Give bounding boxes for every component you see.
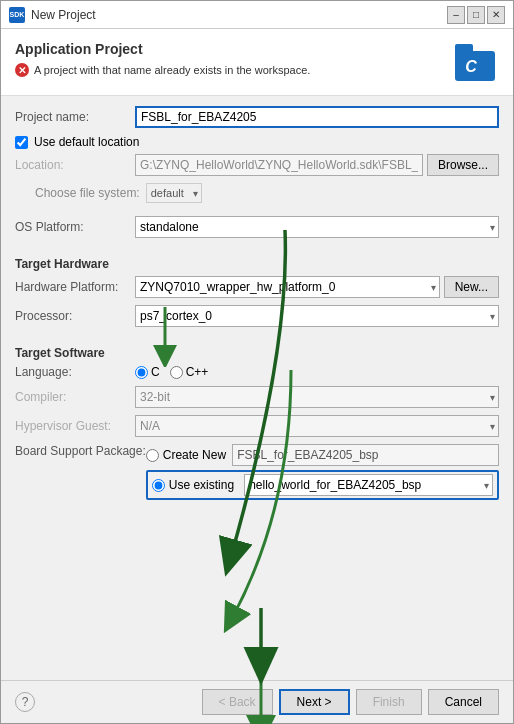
bsp-options: Create New Use existing hello_world_for_…: [146, 444, 499, 500]
os-platform-label: OS Platform:: [15, 220, 135, 234]
maximize-button[interactable]: □: [467, 6, 485, 24]
arrow-area: [15, 507, 499, 567]
language-cpp-radio[interactable]: [170, 366, 183, 379]
language-c-option[interactable]: C: [135, 365, 160, 379]
hypervisor-label: Hypervisor Guest:: [15, 419, 135, 433]
cancel-button[interactable]: Cancel: [428, 689, 499, 715]
processor-row: Processor: ps7_cortex_0 ▾: [15, 305, 499, 327]
page-title: Application Project: [15, 41, 310, 57]
filesystem-label: Choose file system:: [35, 186, 140, 200]
project-name-row: Project name:: [15, 106, 499, 128]
hardware-new-button[interactable]: New...: [444, 276, 499, 298]
app-icon: SDK: [9, 7, 25, 23]
form-section: Project name: Use default location Locat…: [1, 96, 513, 680]
header-logo: C: [447, 41, 499, 85]
filesystem-row: Choose file system: default ▾: [15, 183, 499, 203]
filesystem-select[interactable]: default: [146, 183, 202, 203]
header-section: Application Project ✕ A project with tha…: [1, 29, 513, 96]
footer-right: < Back Next > Finish Cancel: [202, 689, 499, 715]
new-project-window: SDK New Project – □ ✕ Application Projec…: [0, 0, 514, 724]
compiler-row: Compiler: 32-bit ▾: [15, 386, 499, 408]
language-row: Language: C C++: [15, 365, 499, 379]
error-icon: ✕: [15, 63, 29, 77]
hypervisor-row: Hypervisor Guest: N/A ▾: [15, 415, 499, 437]
language-cpp-option[interactable]: C++: [170, 365, 209, 379]
location-label: Location:: [15, 158, 135, 172]
bsp-label: Board Support Package:: [15, 444, 146, 458]
compiler-label: Compiler:: [15, 390, 135, 404]
bsp-create-new-radio[interactable]: [146, 449, 159, 462]
use-default-location-row: Use default location: [15, 135, 499, 149]
footer-left: ?: [15, 692, 35, 712]
browse-button[interactable]: Browse...: [427, 154, 499, 176]
title-bar: SDK New Project – □ ✕: [1, 1, 513, 29]
back-button[interactable]: < Back: [202, 689, 273, 715]
bsp-use-existing-label: Use existing: [169, 478, 234, 492]
bsp-create-new-row: Create New: [146, 444, 499, 466]
location-input[interactable]: [135, 154, 423, 176]
bsp-create-new-label: Create New: [163, 448, 226, 462]
header-left: Application Project ✕ A project with tha…: [15, 41, 310, 77]
target-software-title: Target Software: [15, 346, 499, 360]
error-row: ✕ A project with that name already exist…: [15, 63, 310, 77]
language-c-label: C: [151, 365, 160, 379]
language-c-radio[interactable]: [135, 366, 148, 379]
hardware-platform-row: Hardware Platform: ZYNQ7010_wrapper_hw_p…: [15, 276, 499, 298]
footer: ? < Back Next > Finish Cancel: [1, 680, 513, 723]
language-radio-group: C C++: [135, 365, 208, 379]
language-label: Language:: [15, 365, 135, 379]
next-button[interactable]: Next >: [279, 689, 350, 715]
help-button[interactable]: ?: [15, 692, 35, 712]
bsp-create-new-option[interactable]: Create New: [146, 448, 226, 462]
hardware-platform-select[interactable]: ZYNQ7010_wrapper_hw_platform_0: [135, 276, 440, 298]
project-name-input[interactable]: [135, 106, 499, 128]
bsp-row: Board Support Package: Create New Use ex…: [15, 444, 499, 500]
bsp-use-existing-row: Use existing hello_world_for_EBAZ4205_bs…: [146, 470, 499, 500]
hardware-platform-label: Hardware Platform:: [15, 280, 135, 294]
bsp-use-existing-radio[interactable]: [152, 479, 165, 492]
target-hardware-title: Target Hardware: [15, 257, 499, 271]
use-default-location-label: Use default location: [34, 135, 139, 149]
close-button[interactable]: ✕: [487, 6, 505, 24]
project-name-label: Project name:: [15, 110, 135, 124]
hypervisor-select[interactable]: N/A: [135, 415, 499, 437]
processor-label: Processor:: [15, 309, 135, 323]
location-row: Location: Browse...: [15, 154, 499, 176]
compiler-select[interactable]: 32-bit: [135, 386, 499, 408]
os-platform-row: OS Platform: standalone ▾: [15, 216, 499, 238]
os-platform-select[interactable]: standalone: [135, 216, 499, 238]
bsp-use-existing-option[interactable]: Use existing: [152, 478, 234, 492]
logo-letter: C: [465, 58, 477, 76]
bsp-create-new-input[interactable]: [232, 444, 499, 466]
use-default-location-checkbox[interactable]: [15, 136, 28, 149]
minimize-button[interactable]: –: [447, 6, 465, 24]
bsp-use-existing-select[interactable]: hello_world_for_EBAZ4205_bsp: [244, 474, 493, 496]
window-controls: – □ ✕: [447, 6, 505, 24]
window-title: New Project: [31, 8, 447, 22]
finish-button[interactable]: Finish: [356, 689, 422, 715]
language-cpp-label: C++: [186, 365, 209, 379]
green-arrow-1: [135, 307, 195, 367]
error-message: A project with that name already exists …: [34, 64, 310, 76]
